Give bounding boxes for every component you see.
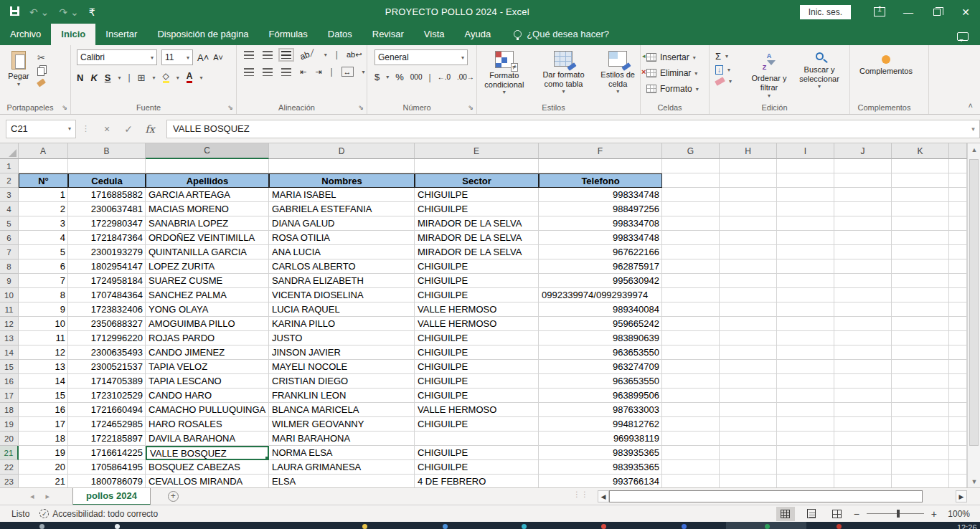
cell-H14[interactable] [720, 345, 777, 360]
cell-K8[interactable] [892, 259, 949, 274]
cell-filler4[interactable] [949, 202, 967, 216]
page-layout-view-button[interactable] [802, 507, 821, 521]
tell-me-search[interactable]: ¿Qué desea hacer? [514, 29, 609, 45]
format-as-table-button[interactable]: Dar formato como tabla▾ [534, 49, 593, 105]
cell-D19[interactable]: WILMER GEOVANNY [269, 417, 415, 432]
cell-B1[interactable] [68, 159, 146, 173]
formula-input[interactable]: VALLE BOSQUEZ [166, 120, 967, 138]
cell-filler6[interactable] [949, 231, 967, 245]
row-header-4[interactable]: 4 [0, 202, 19, 216]
select-all-corner[interactable] [0, 143, 19, 159]
find-select-button[interactable]: Buscar y seleccionar▾ [793, 49, 846, 105]
cell-F5[interactable]: 998334708 [539, 216, 662, 231]
cell-J16[interactable] [834, 374, 892, 389]
cell-filler1[interactable] [949, 159, 967, 173]
cell-A5[interactable]: 3 [19, 216, 68, 231]
cell-H10[interactable] [720, 288, 777, 302]
cell-E16[interactable]: CHIGUILPE [415, 374, 539, 389]
column-header-filler[interactable] [949, 143, 967, 159]
cell-A4[interactable]: 2 [19, 202, 68, 216]
italic-button[interactable]: K [90, 72, 97, 83]
splitter-dots-icon[interactable]: ⋮⋮ [573, 490, 589, 498]
column-header-I[interactable]: I [777, 143, 834, 159]
cell-E12[interactable]: VALLE HERMOSO [415, 317, 539, 331]
cell-I15[interactable] [777, 360, 834, 374]
cell-D1[interactable] [269, 159, 415, 173]
underline-button[interactable]: S [105, 72, 111, 83]
row-header-9[interactable]: 9 [0, 274, 19, 288]
align-middle-icon[interactable] [263, 51, 273, 59]
cell-G10[interactable] [662, 288, 720, 302]
cell-E9[interactable]: CHIGUILPE [415, 274, 539, 288]
row-header-5[interactable]: 5 [0, 216, 19, 231]
cell-G1[interactable] [662, 159, 720, 173]
sort-filter-button[interactable]: AZ Ordenar y filtrar▾ [745, 49, 793, 105]
cell-A7[interactable]: 5 [19, 245, 68, 259]
cell-D3[interactable]: MARIA ISABEL [269, 188, 415, 202]
cell-filler9[interactable] [949, 274, 967, 288]
cell-I1[interactable] [777, 159, 834, 173]
row-header-22[interactable]: 22 [0, 460, 19, 475]
cell-H11[interactable] [720, 302, 777, 317]
number-format-combo[interactable]: General▾ [374, 49, 468, 65]
cell-C5[interactable]: SANABRIA LOPEZ [146, 216, 269, 231]
cell-A9[interactable]: 7 [19, 274, 68, 288]
taskbar-app-icon[interactable] [522, 524, 527, 529]
cell-A20[interactable]: 18 [19, 432, 68, 446]
taskbar-app-icon[interactable] [39, 524, 44, 529]
horizontal-scrollbar[interactable]: ◀ ▶ [598, 490, 967, 502]
cell-B16[interactable]: 1714705389 [68, 374, 146, 389]
cell-C14[interactable]: CANDO JIMENEZ [146, 345, 269, 360]
cell-J1[interactable] [834, 159, 892, 173]
cell-E7[interactable]: MIRADOR DE LA SELVA [415, 245, 539, 259]
new-sheet-icon[interactable]: + [168, 491, 179, 502]
cell-J11[interactable] [834, 302, 892, 317]
cell-H22[interactable] [720, 460, 777, 475]
row-header-20[interactable]: 20 [0, 432, 19, 446]
cell-C7[interactable]: QUINTANILLA GARCIA [146, 245, 269, 259]
cell-filler21[interactable] [949, 446, 967, 460]
cell-C3[interactable]: GARCIA ARTEAGA [146, 188, 269, 202]
insert-cells-button[interactable]: Insertar▾ [646, 49, 709, 65]
zoom-slider[interactable] [867, 513, 924, 514]
cell-filler13[interactable] [949, 331, 967, 345]
addins-button[interactable]: Complementos [850, 49, 922, 105]
cell-E19[interactable]: CHIGUILPE [415, 417, 539, 432]
cell-H19[interactable] [720, 417, 777, 432]
cell-I22[interactable] [777, 460, 834, 475]
minimize-button[interactable]: — [894, 0, 923, 24]
cell-C10[interactable]: SANCHEZ PALMA [146, 288, 269, 302]
column-header-B[interactable]: B [68, 143, 146, 159]
column-header-C[interactable]: C [146, 143, 269, 159]
cell-D20[interactable]: MARI BARAHONA [269, 432, 415, 446]
taskbar-app-icon[interactable] [362, 524, 367, 529]
column-header-G[interactable]: G [662, 143, 720, 159]
merge-center-icon[interactable]: ↔ [341, 67, 354, 77]
row-header-12[interactable]: 12 [0, 317, 19, 331]
cell-J4[interactable] [834, 202, 892, 216]
cell-D15[interactable]: MAYELI NOCOLE [269, 360, 415, 374]
cell-F9[interactable]: 995630942 [539, 274, 662, 288]
cell-D23[interactable]: ELSA [269, 475, 415, 487]
cell-B17[interactable]: 1723102529 [68, 389, 146, 403]
cell-E14[interactable]: CHIGUILPE [415, 345, 539, 360]
autosum-icon[interactable]: Σ▾ [715, 51, 745, 62]
cell-K5[interactable] [892, 216, 949, 231]
tab-revisar[interactable]: Revisar [362, 24, 414, 45]
align-bottom-icon[interactable] [281, 51, 291, 59]
cell-D4[interactable]: GABRIELA ESTEFANIA [269, 202, 415, 216]
cell-K19[interactable] [892, 417, 949, 432]
cell-G22[interactable] [662, 460, 720, 475]
cell-H17[interactable] [720, 389, 777, 403]
windows-taskbar[interactable]: 12:26 [0, 522, 980, 529]
column-header-H[interactable]: H [720, 143, 777, 159]
row-header-1[interactable]: 1 [0, 159, 19, 173]
cell-K1[interactable] [892, 159, 949, 173]
cell-F6[interactable]: 998334748 [539, 231, 662, 245]
cell-C22[interactable]: BOSQUEZ CABEZAS [146, 460, 269, 475]
cell-G21[interactable] [662, 446, 720, 460]
accessibility-status[interactable]: ✓ Accesibilidad: todo correcto [39, 509, 158, 519]
row-header-21[interactable]: 21 [0, 446, 19, 460]
cell-A6[interactable]: 4 [19, 231, 68, 245]
cell-J15[interactable] [834, 360, 892, 374]
